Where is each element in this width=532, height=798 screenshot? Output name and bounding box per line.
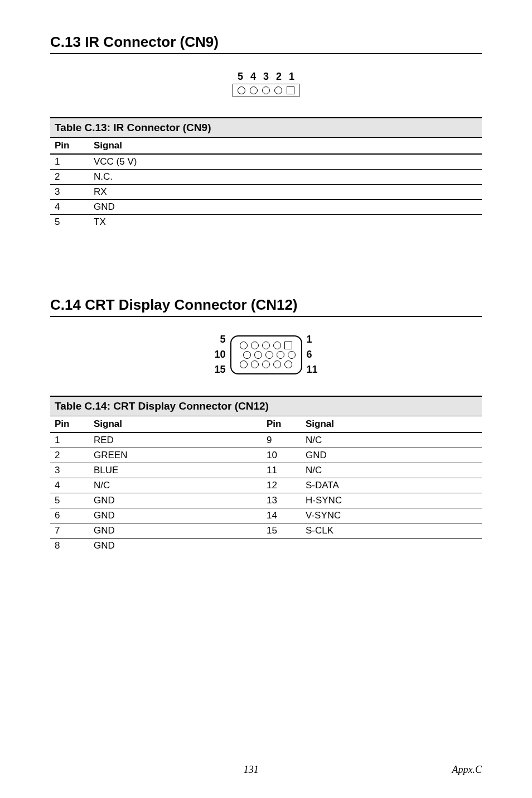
cell-pin: 6 [55,510,94,521]
table-row: 1 RED 9 N/C [50,432,482,448]
pin-hole-icon [273,360,281,368]
cell-pin2: 13 [267,495,306,506]
pin-label: 5 [238,71,243,83]
cell-signal2 [306,540,477,551]
cell-pin: 4 [55,201,94,213]
table-c14: Table C.14: CRT Display Connector (CN12)… [50,396,482,553]
header-pin2: Pin [267,419,306,430]
cell-signal: BLUE [94,465,267,476]
table-c14-header: Pin Signal Pin Signal [50,416,482,432]
cell-pin: 1 [55,156,94,167]
cell-pin2: 10 [267,450,306,461]
table-row: 4 GND [50,200,482,215]
pin-hole-icon [251,342,259,349]
pin-hole-icon [277,351,284,359]
pin-label: 4 [250,71,256,83]
cell-pin2: 12 [267,480,306,491]
crt-label: 1 [307,334,318,345]
ir-connector-diagram: 5 4 3 2 1 [50,71,482,97]
pin-hole-icon [288,351,296,359]
table-row: 1 VCC (5 V) [50,154,482,170]
table-c13: Table C.13: IR Connector (CN9) Pin Signa… [50,117,482,229]
table-caption-text: Table C.14: CRT Display Connector (CN12) [55,400,269,412]
cell-signal: GND [94,540,267,551]
cell-pin: 7 [55,525,94,536]
pin-hole-icon [243,351,251,359]
crt-label: 5 [214,334,225,345]
section-c14-heading: C.14 CRT Display Connector (CN12) [50,296,482,317]
header-signal: Signal [94,140,477,151]
pin-label: 2 [276,71,282,83]
cell-signal2: N/C [306,435,477,446]
cell-pin2: 9 [267,435,306,446]
pin-hole-icon [262,342,270,349]
cell-pin: 2 [55,171,94,182]
pin-hole-icon [262,360,270,368]
table-row: 8 GND [50,539,482,553]
page-footer: 131 Appx.C [50,764,482,776]
cell-signal: GND [94,201,477,213]
table-c14-caption: Table C.14: CRT Display Connector (CN12) [50,396,482,416]
pin-hole-icon [273,342,281,349]
cell-signal: TX [94,217,477,228]
cell-pin: 5 [55,217,94,228]
cell-pin: 4 [55,480,94,491]
pin-box [233,84,299,97]
pin-hole-icon [240,360,248,368]
pin-square-icon [287,86,294,94]
cell-signal2: N/C [306,465,477,476]
cell-signal: GND [94,495,267,506]
crt-label: 10 [214,349,225,360]
cell-signal: GND [94,510,267,521]
cell-signal: RED [94,435,267,446]
appendix-label: Appx.C [452,764,482,776]
cell-pin2: 14 [267,510,306,521]
page-number: 131 [244,764,259,776]
cell-signal: VCC (5 V) [94,156,477,167]
header-signal2: Signal [306,419,477,430]
crt-label: 6 [307,349,318,360]
section-c13-heading: C.13 IR Connector (CN9) [50,33,482,54]
cell-signal2: GND [306,450,477,461]
crt-connector-diagram: 5 10 15 [50,334,482,376]
pin-hole-icon [254,351,262,359]
table-row: 4 N/C 12 S-DATA [50,478,482,493]
cell-pin: 3 [55,465,94,476]
cell-pin: 2 [55,450,94,461]
table-row: 5 TX [50,215,482,229]
cell-signal2: V-SYNC [306,510,477,521]
pin-hole-icon [284,360,292,368]
pin-hole-icon [250,86,258,94]
pin-hole-icon [240,342,248,349]
pin-label: 3 [263,71,269,83]
table-row: 3 BLUE 11 N/C [50,463,482,478]
cell-pin2 [267,540,306,551]
pin-hole-icon [274,86,282,94]
cell-pin2: 15 [267,525,306,536]
pin-label: 1 [289,71,294,83]
pin-hole-icon [251,360,259,368]
cell-pin: 1 [55,435,94,446]
pin-hole-icon [262,86,270,94]
cell-pin: 5 [55,495,94,506]
table-caption-text: Table C.13: IR Connector (CN9) [55,122,211,134]
cell-signal2: S-DATA [306,480,477,491]
cell-signal: N/C [94,480,267,491]
header-pin: Pin [55,419,94,430]
cell-pin: 8 [55,540,94,551]
table-row: 6 GND 14 V-SYNC [50,508,482,523]
cell-signal2: H-SYNC [306,495,477,506]
header-signal: Signal [94,419,267,430]
pin-hole-icon [238,86,245,94]
crt-label: 11 [307,364,318,376]
table-c13-header: Pin Signal [50,138,482,154]
table-row: 7 GND 15 S-CLK [50,523,482,539]
cell-signal: N.C. [94,171,477,182]
pin-square-icon [284,342,292,349]
table-row: 5 GND 13 H-SYNC [50,493,482,508]
header-pin: Pin [55,140,94,151]
table-row: 3 RX [50,185,482,200]
cell-signal: RX [94,186,477,198]
cell-signal2: S-CLK [306,525,477,536]
crt-shell [230,335,302,374]
